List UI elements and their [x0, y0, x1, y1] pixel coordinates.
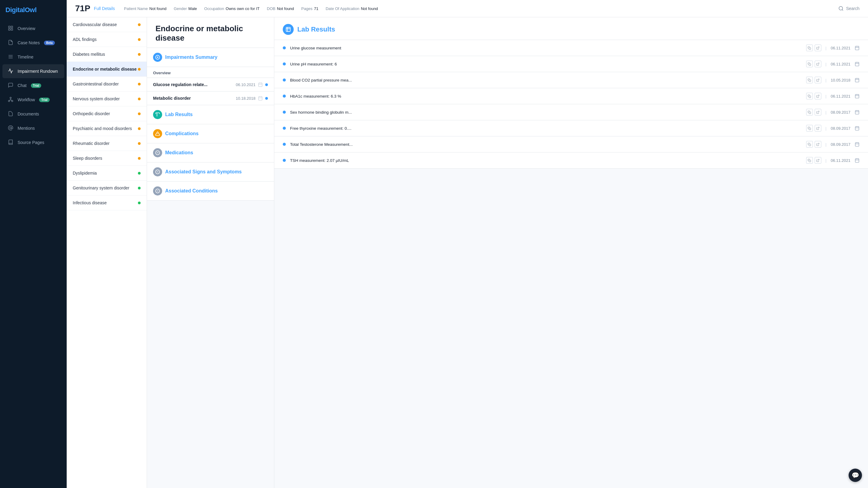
impairment-row[interactable]: Glucose regulation relate... 06.10.2021	[147, 78, 274, 92]
lab-actions	[806, 109, 821, 116]
copy-button[interactable]	[806, 157, 813, 164]
section-header-lab-results-section[interactable]: Lab Results	[147, 105, 274, 124]
condition-item-cardiovascular[interactable]: Cardiovascular disease	[67, 17, 147, 32]
condition-item-orthopedic[interactable]: Orthopedic disorder	[67, 106, 147, 121]
lab-items-list: Urine glucose measurement | 06.11.2021 U…	[274, 40, 868, 169]
svg-rect-19	[258, 83, 262, 87]
sidebar-item-source-pages[interactable]: Source Pages	[2, 135, 64, 149]
workflow-icon	[8, 97, 14, 103]
svg-rect-0	[8, 26, 10, 28]
chat-bubble[interactable]: 💬	[848, 468, 862, 482]
external-link-button[interactable]	[815, 93, 821, 99]
svg-line-72	[818, 143, 819, 145]
svg-rect-37	[855, 47, 859, 50]
external-link-button[interactable]	[815, 44, 821, 51]
calendar-icon	[855, 62, 860, 66]
lab-item[interactable]: Free thyroxine measurement: 0.... | 08.0…	[274, 120, 868, 136]
svg-rect-61	[855, 111, 859, 114]
section-icon-associated-conditions	[153, 186, 162, 195]
condition-item-psychiatric[interactable]: Psychiatric and mood disorders	[67, 121, 147, 136]
section-header-impairments-summary[interactable]: Impairments Summary	[147, 48, 274, 67]
copy-button[interactable]	[806, 44, 813, 51]
copy-button[interactable]	[806, 93, 813, 99]
condition-item-nervous[interactable]: Nervous system disorder	[67, 92, 147, 106]
impairments-title: Endocrine or metabolic disease	[147, 17, 274, 48]
grid-icon	[8, 26, 14, 32]
condition-item-genitourinary[interactable]: Genitourinary system disorder	[67, 181, 147, 195]
condition-item-infectious[interactable]: Infectious disease	[67, 195, 147, 210]
sidebar-item-timeline[interactable]: Timeline	[2, 50, 64, 64]
external-link-button[interactable]	[815, 77, 821, 83]
svg-rect-43	[855, 62, 859, 66]
external-link-button[interactable]	[815, 125, 821, 131]
main-content: 71P Full Details Patient NameNot foundGe…	[67, 0, 868, 488]
lab-item-name: Total Testosterone Measurement...	[290, 142, 802, 147]
svg-rect-73	[855, 143, 859, 146]
calendar-icon	[855, 78, 860, 83]
lab-item[interactable]: HbA1c measurement: 6.3 % | 06.11.2021	[274, 88, 868, 104]
sidebar-item-mentions[interactable]: Mentions	[2, 121, 64, 135]
separator: |	[826, 142, 827, 147]
lab-date: 08.09.2017	[831, 110, 850, 115]
sidebar-item-documents[interactable]: Documents	[2, 107, 64, 121]
lab-actions	[806, 125, 821, 131]
impairment-row[interactable]: Metabolic disorder 10.18.2018	[147, 92, 274, 105]
svg-rect-3	[11, 29, 13, 30]
lab-item[interactable]: Sex hormone binding globulin m... | 08.0…	[274, 104, 868, 120]
condition-item-endocrine[interactable]: Endocrine or metabolic disease	[67, 62, 147, 77]
condition-item-dyslipidemia[interactable]: Dyslipidemia	[67, 166, 147, 181]
svg-rect-35	[809, 48, 811, 50]
lab-actions	[806, 61, 821, 67]
svg-line-66	[818, 127, 819, 128]
svg-rect-23	[258, 97, 262, 100]
calendar-icon	[855, 110, 860, 115]
copy-button[interactable]	[806, 125, 813, 131]
condition-item-gastrointestinal[interactable]: Gastrointestinal disorder	[67, 77, 147, 92]
condition-item-sleep[interactable]: Sleep disorders	[67, 151, 147, 166]
copy-button[interactable]	[806, 141, 813, 148]
section-header-associated-conditions[interactable]: Associated Conditions	[147, 182, 274, 201]
copy-button[interactable]	[806, 77, 813, 83]
external-link-button[interactable]	[815, 109, 821, 116]
external-link-button[interactable]	[815, 141, 821, 148]
lab-item[interactable]: Total Testosterone Measurement... | 08.0…	[274, 136, 868, 152]
lab-item[interactable]: TSH measurement: 2.07 µIU/mL | 06.11.202…	[274, 152, 868, 169]
section-header-complications[interactable]: Complications	[147, 124, 274, 143]
svg-point-9	[8, 100, 10, 102]
full-details-link[interactable]: Full Details	[94, 6, 115, 11]
section-header-associated-signs[interactable]: Associated Signs and Symptoms	[147, 162, 274, 182]
condition-item-diabetes[interactable]: Diabetes mellitus	[67, 47, 147, 62]
impairments-sections: Impairments Summary Overview Glucose reg…	[147, 48, 274, 201]
nav-label-source-pages: Source Pages	[18, 140, 44, 145]
calendar-icon	[855, 142, 860, 147]
sidebar-item-overview[interactable]: Overview	[2, 22, 64, 35]
sidebar-item-chat[interactable]: Chat Trial	[2, 79, 64, 92]
condition-label-sleep: Sleep disorders	[73, 156, 102, 161]
timeline-icon	[8, 54, 14, 60]
svg-point-7	[10, 97, 11, 99]
condition-item-adl[interactable]: ADL findings	[67, 32, 147, 47]
section-icon-lab-results-section	[153, 110, 162, 119]
copy-button[interactable]	[806, 61, 813, 67]
condition-label-cardiovascular: Cardiovascular disease	[73, 22, 117, 27]
external-link-button[interactable]	[815, 157, 821, 164]
lab-item-name: Sex hormone binding globulin m...	[290, 110, 802, 115]
lab-item[interactable]: Urine glucose measurement | 06.11.2021	[274, 40, 868, 56]
copy-button[interactable]	[806, 109, 813, 116]
lab-item-name: Urine pH measurement: 6	[290, 62, 802, 66]
lab-item[interactable]: Urine pH measurement: 6 | 06.11.2021	[274, 56, 868, 72]
lab-item[interactable]: Blood CO2 partial pressure mea... | 10.0…	[274, 72, 868, 88]
conditions-list: Cardiovascular disease ADL findings Diab…	[67, 17, 147, 210]
search-area[interactable]: Search	[838, 6, 860, 11]
external-link-button[interactable]	[815, 61, 821, 67]
condition-item-rheumatic[interactable]: Rheumatic disorder	[67, 136, 147, 151]
condition-dot-rheumatic	[138, 142, 141, 145]
section-header-medications[interactable]: Medications	[147, 143, 274, 162]
sidebar-item-workflow[interactable]: Workflow Trial	[2, 93, 64, 107]
lab-dot	[283, 62, 286, 65]
sidebar-item-impairment-rundown[interactable]: Impairment Rundown	[2, 64, 64, 78]
svg-point-8	[11, 100, 13, 102]
condition-dot-dyslipidemia	[138, 172, 141, 175]
sidebar-item-case-notes[interactable]: Case Notes Beta	[2, 36, 64, 50]
badge-workflow: Trial	[39, 98, 50, 102]
